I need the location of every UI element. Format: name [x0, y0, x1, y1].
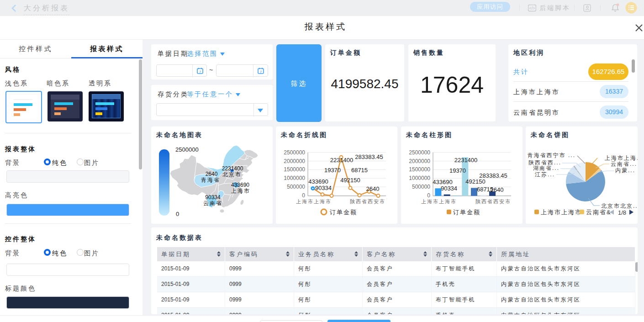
- svg-text:500000: 500000: [287, 184, 305, 190]
- svg-text:北京市: 北京市: [222, 171, 242, 178]
- svg-text:青海省西宁市 ...: 青海省西宁市 ...: [528, 152, 575, 158]
- svg-text:7: 7: [199, 70, 201, 74]
- svg-text:上海市上海市: 上海市上海市: [421, 199, 457, 204]
- svg-text:陕西省西安市: 陕西省西安市: [350, 199, 385, 204]
- svg-text:上海市上海市: 上海市上海市: [296, 199, 332, 204]
- svg-text:433690: 433690: [231, 182, 249, 188]
- svg-text:云南省&: 云南省&: [586, 209, 612, 216]
- svg-text:上海市上海...: 上海市上海...: [605, 155, 638, 161]
- svg-text:内蒙...: 内蒙...: [615, 167, 635, 174]
- svg-text:7: 7: [260, 70, 262, 74]
- svg-text:2500000: 2500000: [175, 146, 199, 153]
- svg-text:0: 0: [302, 192, 305, 199]
- svg-text:江苏...: 江苏...: [535, 171, 555, 178]
- svg-text:90334: 90334: [315, 185, 332, 191]
- svg-text:2000000: 2000000: [409, 158, 430, 164]
- svg-text:90334: 90334: [441, 185, 457, 192]
- svg-text:2231400: 2231400: [330, 157, 354, 164]
- svg-text:433690: 433690: [308, 178, 328, 185]
- svg-text:500000: 500000: [412, 184, 430, 190]
- svg-text:2640: 2640: [491, 186, 504, 193]
- svg-text:1/8: 1/8: [618, 209, 626, 216]
- svg-text:1500000: 1500000: [284, 166, 305, 173]
- svg-text:订单金额: 订单金额: [453, 209, 480, 216]
- svg-text:0: 0: [427, 192, 430, 199]
- svg-text:2000000: 2000000: [284, 158, 305, 164]
- svg-text:上海市: 上海市: [231, 188, 250, 194]
- svg-text:2500000: 2500000: [284, 149, 305, 156]
- svg-text:云南省...: 云南省...: [611, 161, 637, 167]
- svg-text:19370: 19370: [449, 167, 466, 174]
- svg-text:云南省: 云南省: [203, 200, 222, 206]
- svg-text:1000000: 1000000: [409, 175, 430, 181]
- svg-text:433690: 433690: [433, 179, 452, 185]
- svg-text:0: 0: [176, 211, 179, 217]
- svg-text:湖南省...: 湖南省...: [533, 165, 560, 171]
- svg-text:2640: 2640: [366, 185, 380, 192]
- svg-text:2231400: 2231400: [222, 165, 243, 172]
- svg-text:492150: 492150: [465, 178, 485, 185]
- svg-text:2640: 2640: [206, 171, 218, 177]
- svg-text:订单金额: 订单金额: [330, 209, 357, 216]
- svg-text:青海省: 青海省: [201, 177, 220, 183]
- svg-text:19370: 19370: [324, 167, 341, 174]
- svg-text:492150: 492150: [340, 177, 360, 184]
- svg-text:2231400: 2231400: [454, 157, 478, 164]
- svg-text:上海市上海市: 上海市上海市: [541, 209, 582, 216]
- svg-text:2500000: 2500000: [409, 149, 430, 156]
- svg-text:283383.45: 283383.45: [479, 172, 507, 179]
- svg-text:1000000: 1000000: [284, 175, 305, 181]
- svg-text:1500000: 1500000: [409, 166, 430, 173]
- svg-text:283383.45: 283383.45: [355, 153, 383, 160]
- svg-text:90334: 90334: [205, 194, 221, 201]
- svg-text:</>: </>: [529, 6, 535, 11]
- svg-text:68715: 68715: [351, 167, 368, 174]
- svg-text:北京市北京...: 北京市北京...: [601, 203, 638, 209]
- svg-text:陕西省西安市: 陕西省西安市: [475, 199, 511, 204]
